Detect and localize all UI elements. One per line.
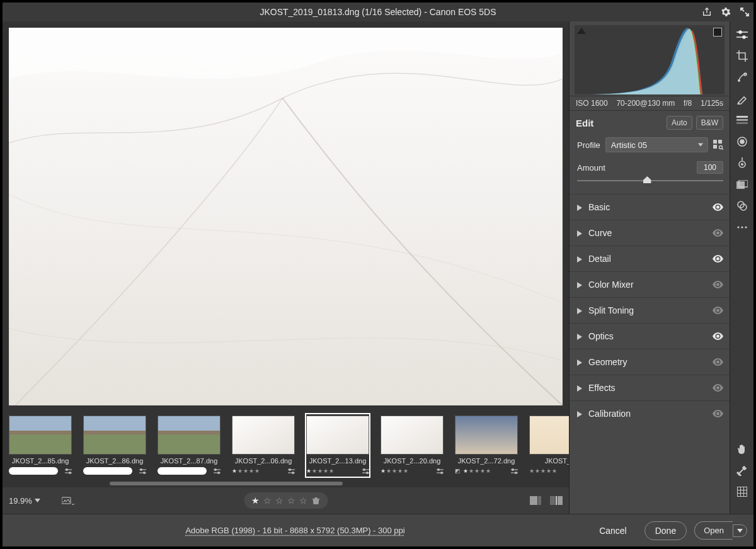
visibility-eye-icon[interactable]: [713, 203, 723, 211]
presets-icon[interactable]: [736, 200, 748, 212]
svg-point-7: [140, 468, 142, 470]
filmstrip-thumb[interactable]: JKOST_2...72.dng◩★★★★★: [455, 416, 518, 475]
panel-optics[interactable]: Optics: [570, 324, 730, 349]
panel-curve[interactable]: Curve: [570, 220, 730, 246]
visibility-eye-icon[interactable]: [713, 281, 723, 288]
rating-star-5[interactable]: ☆: [299, 495, 307, 506]
panel-calibration[interactable]: Calibration: [570, 401, 730, 426]
bw-button[interactable]: B&W: [696, 116, 723, 130]
visibility-eye-icon[interactable]: [713, 255, 723, 263]
svg-point-16: [292, 472, 294, 473]
local-brush-icon[interactable]: [736, 93, 748, 105]
filmstrip-thumb[interactable]: JKOST_2...87.dng: [158, 416, 220, 475]
panel-label: Curve: [588, 228, 713, 238]
svg-rect-37: [550, 496, 555, 505]
panel-detail[interactable]: Detail: [570, 246, 730, 271]
exif-bar: ISO 1600 70-200@130 mm f/8 1/125s: [570, 96, 730, 111]
thumb-image: [158, 416, 220, 455]
svg-point-15: [289, 468, 291, 470]
histogram[interactable]: [575, 25, 724, 94]
has-adjustments-icon: [437, 468, 444, 474]
export-icon[interactable]: [702, 7, 712, 17]
open-button[interactable]: Open: [694, 521, 747, 540]
zoom-level[interactable]: 19.9%: [9, 496, 40, 506]
visibility-eye-icon[interactable]: [713, 358, 723, 366]
thumb-image: [529, 416, 569, 455]
healing-brush-icon[interactable]: [736, 72, 748, 83]
filmstrip-thumb[interactable]: JKOST_2...13.dng★★★★★: [306, 414, 369, 477]
thumb-image: [232, 416, 295, 455]
rating-star-1[interactable]: ★: [251, 495, 260, 506]
edit-sliders-icon[interactable]: [736, 29, 748, 40]
rating-star-3[interactable]: ☆: [275, 495, 284, 506]
visibility-eye-icon[interactable]: [713, 332, 723, 340]
panel-split-toning[interactable]: Split Toning: [570, 298, 730, 323]
fullscreen-icon[interactable]: [740, 7, 750, 17]
svg-point-55: [740, 140, 744, 144]
amount-slider[interactable]: [577, 176, 723, 185]
panel-label: Detail: [588, 254, 713, 264]
image-preview[interactable]: [3, 21, 569, 412]
filmstrip-thumb[interactable]: JKOST_2...20.dng★★★★★: [381, 416, 444, 475]
svg-rect-0: [9, 28, 563, 405]
thumb-filename: JKOST_2...13.dng: [306, 457, 369, 465]
single-view-icon[interactable]: [530, 496, 541, 505]
grid-tool-icon[interactable]: [736, 486, 748, 497]
cancel-button[interactable]: Cancel: [589, 522, 637, 540]
label-pill: [9, 467, 58, 475]
panel-label: Optics: [588, 331, 713, 341]
rating-star-2[interactable]: ☆: [263, 495, 272, 506]
chevron-right-icon: [577, 256, 582, 261]
filmstrip-thumb[interactable]: JKOST_2...85.dng: [9, 416, 72, 475]
thumb-meta: [158, 467, 220, 475]
delete-icon[interactable]: [311, 496, 320, 505]
edit-panel: ISO 1600 70-200@130 mm f/8 1/125s Edit A…: [569, 21, 730, 514]
auto-button[interactable]: Auto: [667, 116, 692, 130]
workflow-info[interactable]: Adobe RGB (1998) - 16 bit - 8688 x 5792 …: [9, 526, 581, 535]
radial-gradient-icon[interactable]: [736, 136, 748, 147]
tool-strip: [730, 21, 753, 514]
profile-select[interactable]: Artistic 05: [605, 137, 708, 152]
redeye-icon[interactable]: [736, 157, 748, 169]
profile-browser-icon[interactable]: [713, 140, 723, 150]
settings-gear-icon[interactable]: [721, 7, 731, 17]
thumb-filename: JKOST_2...72.dng: [455, 457, 518, 465]
hand-tool-icon[interactable]: [736, 443, 748, 455]
svg-point-19: [364, 468, 365, 470]
panel-basic[interactable]: Basic: [570, 195, 730, 220]
edit-title: Edit: [576, 118, 663, 128]
profile-label: Profile: [577, 140, 600, 150]
has-adjustments-icon: [65, 468, 72, 474]
visibility-eye-icon[interactable]: [713, 410, 723, 417]
visibility-eye-icon[interactable]: [713, 384, 723, 392]
svg-point-8: [144, 472, 146, 473]
visibility-eye-icon[interactable]: [713, 307, 723, 314]
panel-effects[interactable]: Effects: [570, 375, 730, 400]
chevron-right-icon: [577, 230, 582, 235]
thumb-meta: ◩★★★★★: [455, 467, 518, 475]
filmstrip-thumb[interactable]: JKOST_2...86.dng: [83, 416, 146, 475]
filmstrip[interactable]: JKOST_2...85.dngJKOST_2...86.dngJKOST_2.…: [3, 412, 569, 487]
snapshots-icon[interactable]: [736, 179, 748, 190]
filmstrip-thumb[interactable]: JKOST_2...06.dng★★★★★: [232, 416, 295, 475]
crop-icon[interactable]: [736, 50, 748, 62]
linear-gradient-icon[interactable]: [736, 115, 748, 126]
more-icon[interactable]: [736, 222, 748, 233]
has-adjustments-icon: [288, 468, 295, 474]
rating-star-4[interactable]: ☆: [287, 495, 295, 506]
svg-rect-42: [713, 145, 717, 149]
svg-rect-59: [736, 181, 745, 189]
compare-view-icon[interactable]: [550, 496, 563, 505]
panel-geometry[interactable]: Geometry: [570, 349, 730, 375]
panel-color-mixer[interactable]: Color Mixer: [570, 272, 730, 297]
thumb-filename: JKOST_...: [529, 457, 569, 465]
zoom-tool-icon[interactable]: [736, 465, 748, 476]
filmstrip-scrollbar[interactable]: [110, 482, 343, 485]
amount-value[interactable]: [697, 161, 723, 174]
view-picker-icon[interactable]: [62, 496, 74, 505]
svg-rect-39: [556, 496, 557, 505]
visibility-eye-icon[interactable]: [713, 229, 723, 237]
panel-label: Basic: [588, 202, 713, 212]
filmstrip-thumb[interactable]: JKOST_...★★★★★: [529, 416, 569, 475]
done-button[interactable]: Done: [644, 521, 687, 540]
